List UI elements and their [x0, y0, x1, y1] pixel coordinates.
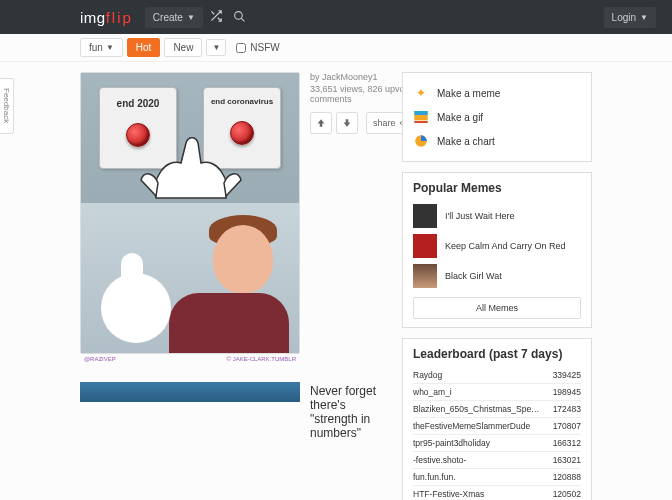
stream-label: fun: [89, 42, 103, 53]
leaderboard-row[interactable]: fun.fun.fun.120888: [413, 469, 581, 486]
svg-point-0: [234, 11, 242, 19]
make-chart[interactable]: Make a chart: [413, 129, 581, 153]
popular-meme-0-label: I'll Just Wait Here: [445, 211, 514, 222]
downvote-button[interactable]: [336, 112, 358, 134]
leader-name: Blaziken_650s_Christmas_Spe…: [413, 404, 540, 414]
popular-title: Popular Memes: [413, 181, 581, 195]
login-label: Login: [612, 12, 636, 23]
make-box: ✦ Make a meme Make a gif Make a chart: [402, 72, 592, 162]
meme-thumb: [413, 234, 437, 258]
leader-name: fun.fun.fun.: [413, 472, 456, 482]
meme-hand-icon: [136, 128, 246, 208]
leader-name: theFestiveMemeSlammerDude: [413, 421, 530, 431]
leaderboard-row[interactable]: Blaziken_650s_Christmas_Spe…172483: [413, 401, 581, 418]
gif-icon: [413, 109, 429, 125]
filter-more[interactable]: ▼: [206, 39, 226, 56]
leader-name: tpr95-paint3dholiday: [413, 438, 490, 448]
leaderboard-row[interactable]: HTF-Festive-Xmas120502: [413, 486, 581, 500]
leader-score: 163021: [553, 455, 581, 465]
nsfw-label: NSFW: [250, 42, 279, 53]
filter-new[interactable]: New: [164, 38, 202, 57]
meme-thumb: [413, 204, 437, 228]
leader-score: 120888: [553, 472, 581, 482]
login-button[interactable]: Login ▼: [604, 7, 656, 28]
filter-hot[interactable]: Hot: [127, 38, 161, 57]
search-icon[interactable]: [233, 10, 246, 25]
make-gif-label: Make a gif: [437, 112, 483, 123]
meme-button-right-text: end coronavirus: [204, 98, 280, 107]
popular-meme-2-label: Black Girl Wat: [445, 271, 502, 282]
svg-rect-9: [414, 121, 427, 123]
svg-line-1: [241, 18, 244, 21]
nsfw-checkbox[interactable]: [236, 43, 246, 53]
by-prefix: by: [310, 72, 320, 82]
leader-score: 120502: [553, 489, 581, 499]
leader-name: -festive.shoto-: [413, 455, 466, 465]
share-label: share: [373, 118, 396, 128]
post2-thumb[interactable]: [80, 382, 300, 402]
all-memes-button[interactable]: All Memes: [413, 297, 581, 319]
leader-score: 172483: [553, 404, 581, 414]
popular-meme-2[interactable]: Black Girl Wat: [413, 261, 581, 291]
popular-meme-1-label: Keep Calm And Carry On Red: [445, 241, 566, 252]
create-button[interactable]: Create ▼: [145, 7, 203, 28]
leader-name: who_am_i: [413, 387, 452, 397]
sig-left: @RAZIVEP: [84, 356, 116, 362]
leader-score: 198945: [553, 387, 581, 397]
svg-rect-8: [414, 111, 427, 115]
meme-image[interactable]: end 2020 end coronavirus: [80, 72, 300, 364]
popular-meme-0[interactable]: I'll Just Wait Here: [413, 201, 581, 231]
leaderboard-box: Leaderboard (past 7 days) Raydog339425wh…: [402, 338, 592, 500]
leaderboard-title: Leaderboard (past 7 days): [413, 347, 581, 361]
feedback-tab[interactable]: Feedback: [0, 78, 14, 134]
leaderboard-row[interactable]: theFestiveMemeSlammerDude170807: [413, 418, 581, 435]
leader-name: HTF-Festive-Xmas: [413, 489, 484, 499]
leader-score: 170807: [553, 421, 581, 431]
create-label: Create: [153, 12, 183, 23]
caret-down-icon: ▼: [187, 13, 195, 22]
upvote-button[interactable]: [310, 112, 332, 134]
popular-meme-1[interactable]: Keep Calm And Carry On Red: [413, 231, 581, 261]
stream-selector[interactable]: fun ▼: [80, 38, 123, 57]
post2-title[interactable]: Never forget there's "strength in number…: [310, 382, 388, 440]
sig-right: © JAKE-CLARK.TUMBLR: [227, 356, 296, 362]
logo-flip: flip: [106, 9, 133, 26]
meme-button-left-text: end 2020: [100, 98, 176, 109]
shuffle-icon[interactable]: [209, 9, 223, 25]
sparkle-icon: ✦: [413, 85, 429, 101]
caret-down-icon: ▼: [640, 13, 648, 22]
logo-img: img: [80, 9, 106, 26]
post-author[interactable]: JackMooney1: [322, 72, 378, 82]
chart-icon: [413, 133, 429, 149]
leader-score: 166312: [553, 438, 581, 448]
nsfw-toggle[interactable]: NSFW: [236, 42, 279, 53]
leaderboard-sub: (past 7 days): [489, 347, 562, 361]
make-meme-label: Make a meme: [437, 88, 500, 99]
make-meme[interactable]: ✦ Make a meme: [413, 81, 581, 105]
leaderboard-row[interactable]: tpr95-paint3dholiday166312: [413, 435, 581, 452]
leaderboard-row[interactable]: Raydog339425: [413, 367, 581, 384]
make-chart-label: Make a chart: [437, 136, 495, 147]
leader-score: 339425: [553, 370, 581, 380]
leader-name: Raydog: [413, 370, 442, 380]
make-gif[interactable]: Make a gif: [413, 105, 581, 129]
leaderboard-row[interactable]: -festive.shoto-163021: [413, 452, 581, 469]
caret-down-icon: ▼: [212, 43, 220, 52]
leaderboard-row[interactable]: who_am_i198945: [413, 384, 581, 401]
meme-thumb: [413, 264, 437, 288]
logo[interactable]: imgflip: [80, 9, 133, 26]
caret-down-icon: ▼: [106, 43, 114, 52]
popular-memes-box: Popular Memes I'll Just Wait Here Keep C…: [402, 172, 592, 328]
